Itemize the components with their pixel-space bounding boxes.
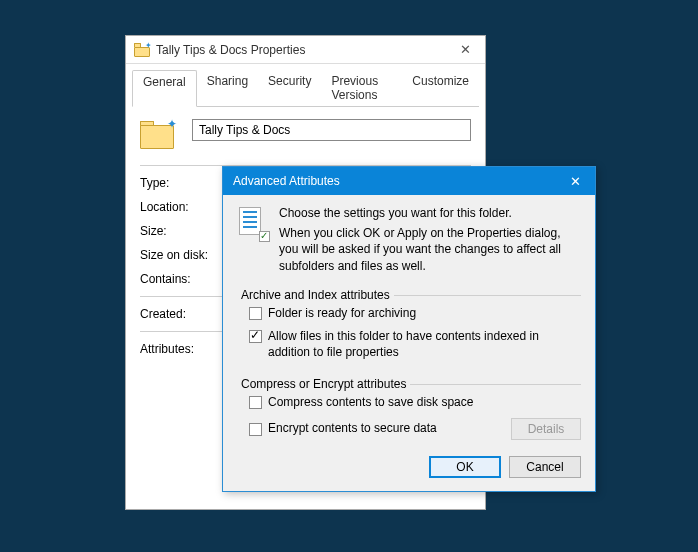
intro-sub: When you click OK or Apply on the Proper… xyxy=(279,225,581,274)
checkbox-folder-ready[interactable] xyxy=(249,307,262,320)
advanced-titlebar[interactable]: Advanced Attributes ✕ xyxy=(223,167,595,195)
label-folder-ready: Folder is ready for archiving xyxy=(268,306,416,322)
properties-title: Tally Tips & Docs Properties xyxy=(156,43,305,57)
tab-previous-versions[interactable]: Previous Versions xyxy=(321,70,402,106)
folder-icon: ✦ xyxy=(140,121,174,149)
properties-tabstrip: General Sharing Security Previous Versio… xyxy=(132,70,479,107)
cancel-button[interactable]: Cancel xyxy=(509,456,581,478)
group-compress-encrypt: Compress or Encrypt attributes Compress … xyxy=(237,377,581,441)
details-button: Details xyxy=(511,418,581,440)
tab-general[interactable]: General xyxy=(132,70,197,107)
intro-heading: Choose the settings you want for this fo… xyxy=(279,205,581,221)
properties-titlebar[interactable]: ✦ Tally Tips & Docs Properties ✕ xyxy=(126,36,485,64)
advanced-attributes-dialog: Advanced Attributes ✕ Choose the setting… xyxy=(222,166,596,492)
label-size: Size: xyxy=(140,224,226,238)
label-location: Location: xyxy=(140,200,226,214)
tab-customize[interactable]: Customize xyxy=(402,70,479,106)
tab-security[interactable]: Security xyxy=(258,70,321,106)
close-icon[interactable]: ✕ xyxy=(555,167,595,195)
close-icon[interactable]: ✕ xyxy=(445,36,485,64)
label-encrypt: Encrypt contents to secure data xyxy=(268,421,437,437)
folder-icon: ✦ xyxy=(134,43,150,57)
label-compress: Compress contents to save disk space xyxy=(268,395,473,411)
checkbox-encrypt[interactable] xyxy=(249,423,262,436)
checkbox-allow-index[interactable] xyxy=(249,330,262,343)
group-label-compress: Compress or Encrypt attributes xyxy=(237,377,410,391)
label-allow-index: Allow files in this folder to have conte… xyxy=(268,329,581,360)
label-created: Created: xyxy=(140,307,226,321)
group-archive-index: Archive and Index attributes Folder is r… xyxy=(237,288,581,361)
label-type: Type: xyxy=(140,176,226,190)
ok-button[interactable]: OK xyxy=(429,456,501,478)
label-size-on-disk: Size on disk: xyxy=(140,248,226,262)
group-label-archive: Archive and Index attributes xyxy=(237,288,394,302)
advanced-title: Advanced Attributes xyxy=(233,174,340,188)
label-attributes: Attributes: xyxy=(140,342,226,356)
folder-name-input[interactable] xyxy=(192,119,471,141)
settings-sheet-icon xyxy=(237,207,267,239)
tab-sharing[interactable]: Sharing xyxy=(197,70,258,106)
label-contains: Contains: xyxy=(140,272,226,286)
checkbox-compress[interactable] xyxy=(249,396,262,409)
